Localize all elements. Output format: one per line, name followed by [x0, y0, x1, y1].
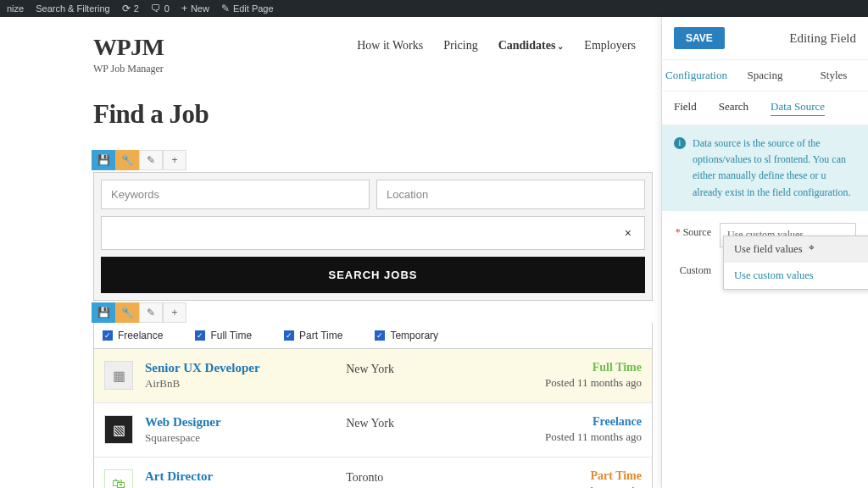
comment-icon: 🗨	[151, 3, 161, 14]
panel-save-button[interactable]: SAVE	[674, 27, 725, 49]
dropdown-option-field-values[interactable]: Use field values ⌖	[724, 236, 868, 263]
wp-admin-bar: nize Search & Filtering ⟳2 🗨0 +New ✎Edit…	[0, 0, 868, 17]
admin-comments[interactable]: 🗨0	[151, 3, 170, 14]
builder-save-icon[interactable]: 💾	[92, 302, 115, 323]
job-posted: Posted 11 months	[484, 485, 642, 488]
job-type-badge: Freelance	[484, 415, 642, 429]
job-type-badge: Part Time	[484, 469, 642, 483]
cursor-icon: ⌖	[809, 241, 815, 254]
clear-icon[interactable]: ×	[621, 226, 635, 240]
dropdown-option-custom-values[interactable]: Use custom values	[724, 263, 868, 289]
chevron-down-icon: ⌄	[557, 42, 564, 51]
nav-candidates[interactable]: Candidates⌄	[498, 39, 565, 53]
builder-toolbar-search: 💾 🔧 ✎ +	[92, 150, 653, 170]
builder-edit-icon[interactable]: ✎	[139, 150, 163, 170]
company-logo: 🛍	[104, 469, 133, 488]
job-row[interactable]: ▦Senior UX DeveloperAirBnBNew YorkFull T…	[94, 349, 652, 403]
filter-fulltime[interactable]: ✓Full Time	[195, 330, 252, 341]
subtab-search[interactable]: Search	[719, 100, 748, 116]
site-tagline: WP Job Manager	[93, 63, 164, 75]
filter-parttime[interactable]: ✓Part Time	[284, 330, 342, 341]
primary-nav: How it Works Pricing Candidates⌄ Employe…	[357, 39, 636, 53]
subtab-field[interactable]: Field	[674, 100, 697, 116]
job-list: ▦Senior UX DeveloperAirBnBNew YorkFull T…	[93, 349, 653, 488]
keywords-input[interactable]: Keywords	[101, 180, 370, 209]
admin-search-filtering[interactable]: Search & Filtering	[36, 3, 109, 14]
job-title[interactable]: Senior UX Developer	[145, 361, 334, 375]
job-posted: Posted 11 months ago	[484, 376, 642, 390]
pencil-icon: ✎	[221, 3, 230, 14]
admin-updates[interactable]: ⟳2	[122, 3, 139, 14]
tab-styles[interactable]: Styles	[799, 60, 868, 91]
job-row[interactable]: 🛍Art DirectorShopifyTorontoPart TimePost…	[94, 458, 652, 488]
location-input[interactable]: Location	[376, 180, 645, 209]
category-select[interactable]: ×	[101, 216, 645, 250]
job-company: AirBnB	[145, 377, 334, 391]
builder-add-icon[interactable]: +	[163, 150, 186, 170]
job-title[interactable]: Web Designer	[145, 415, 334, 430]
job-location: New York	[346, 415, 472, 430]
panel-tabs: Configuration Spacing Styles	[662, 60, 868, 92]
job-type-filters: ✓Freelance ✓Full Time ✓Part Time ✓Tempor…	[93, 323, 653, 349]
nav-how-it-works[interactable]: How it Works	[357, 39, 423, 53]
job-posted: Posted 11 months ago	[484, 430, 642, 444]
checkbox-icon: ✓	[103, 330, 113, 341]
builder-toolbar-list: 💾 🔧 ✎ +	[92, 302, 653, 323]
source-dropdown: Use field values ⌖ Use custom values	[723, 236, 868, 290]
page-title: Find a Job	[93, 99, 653, 130]
admin-new[interactable]: +New	[181, 3, 209, 14]
tab-configuration[interactable]: Configuration	[662, 60, 731, 91]
refresh-icon: ⟳	[122, 3, 131, 14]
site-title: WPJM	[93, 34, 164, 61]
checkbox-icon: ✓	[195, 330, 205, 341]
info-text: Data source is the source of the options…	[693, 136, 856, 201]
plus-icon: +	[181, 3, 187, 14]
search-jobs-button[interactable]: SEARCH JOBS	[101, 257, 645, 293]
job-row[interactable]: ▧Web DesignerSquarespaceNew YorkFreelanc…	[94, 403, 652, 458]
panel-subtabs: Field Search Data Source	[662, 92, 868, 125]
builder-wrench-icon[interactable]: 🔧	[115, 150, 139, 170]
nav-pricing[interactable]: Pricing	[443, 39, 477, 53]
subtab-data-source[interactable]: Data Source	[771, 100, 825, 116]
job-company: Squarespace	[145, 431, 334, 445]
source-label: * Source	[674, 223, 711, 239]
filter-temporary[interactable]: ✓Temporary	[375, 330, 438, 341]
job-type-badge: Full Time	[484, 361, 642, 374]
builder-edit-icon[interactable]: ✎	[139, 302, 163, 323]
job-search-form: Keywords Location × SEARCH JOBS	[93, 172, 653, 301]
admin-customize[interactable]: nize	[7, 3, 24, 14]
checkbox-icon: ✓	[375, 330, 385, 341]
company-logo: ▦	[104, 361, 133, 390]
job-location: New York	[346, 361, 472, 376]
custom-label: Custom	[674, 261, 711, 277]
checkbox-icon: ✓	[284, 330, 294, 341]
builder-add-icon[interactable]: +	[163, 302, 186, 323]
builder-save-icon[interactable]: 💾	[92, 150, 115, 170]
job-title[interactable]: Art Director	[145, 469, 334, 484]
company-logo: ▧	[104, 415, 133, 444]
filter-freelance[interactable]: ✓Freelance	[103, 330, 163, 341]
site-header: WPJM WP Job Manager How it Works Pricing…	[93, 34, 653, 75]
builder-wrench-icon[interactable]: 🔧	[115, 302, 139, 323]
info-callout: i Data source is the source of the optio…	[662, 125, 868, 211]
panel-title: Editing Field	[789, 31, 856, 46]
info-icon: i	[674, 137, 686, 149]
job-location: Toronto	[346, 469, 472, 485]
tab-spacing[interactable]: Spacing	[731, 60, 799, 91]
admin-edit-page[interactable]: ✎Edit Page	[221, 3, 274, 14]
nav-employers[interactable]: Employers	[584, 39, 636, 53]
editing-field-panel: SAVE Editing Field Configuration Spacing…	[661, 17, 868, 488]
